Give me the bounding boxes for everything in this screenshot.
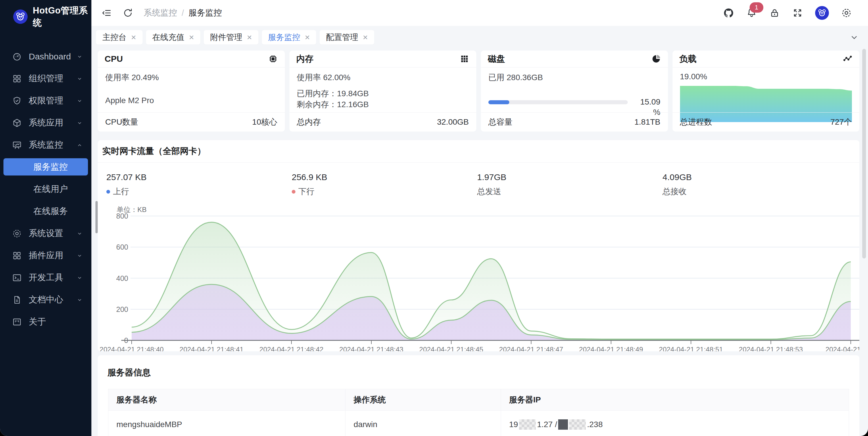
- sidebar-subitem-label: 在线服务: [33, 205, 68, 217]
- disk-footer-label: 总容量: [488, 116, 513, 128]
- sidebar-item-system-apps[interactable]: 系统应用: [0, 112, 91, 134]
- cpu-footer-label: CPU数量: [105, 116, 138, 128]
- cube-icon: [12, 118, 22, 128]
- sidebar-item-dev-tools[interactable]: 开发工具: [0, 267, 91, 289]
- upload-dot-icon: [106, 190, 110, 194]
- sidebar-subitem-service-monitor[interactable]: 服务监控: [3, 158, 88, 175]
- sidebar-item-permissions[interactable]: 权限管理: [0, 90, 91, 112]
- sidebar-item-about[interactable]: 关于: [0, 311, 91, 333]
- svg-text:2024-04-21 21:48:41: 2024-04-21 21:48:41: [180, 345, 244, 351]
- tab-service-monitor[interactable]: 服务监控: [262, 30, 316, 44]
- github-icon[interactable]: [723, 7, 734, 19]
- breadcrumb-separator: /: [182, 8, 184, 18]
- memory-footer-label: 总内存: [297, 116, 321, 128]
- monitor-chart-icon: [12, 140, 22, 150]
- stat-total-sent: 1.97GB 总发送: [477, 172, 662, 197]
- close-icon[interactable]: [363, 33, 368, 42]
- stat-total-received: 4.09GB 总接收: [662, 172, 848, 197]
- sidebar-item-system-monitor[interactable]: 系统监控: [0, 134, 91, 156]
- tab-online-recharge[interactable]: 在线充值: [146, 30, 200, 44]
- stat-download: 256.9 KB 下行: [292, 172, 477, 197]
- svg-text:2024-04-21 21:48:43: 2024-04-21 21:48:43: [339, 345, 404, 351]
- sidebar-item-docs[interactable]: 文档中心: [0, 289, 91, 311]
- svg-text:200: 200: [116, 305, 128, 313]
- breadcrumb-parent[interactable]: 系统监控: [144, 7, 177, 19]
- stat-value: 256.9 KB: [292, 172, 477, 182]
- cpu-card: CPU 使用率 20.49% Apple M2 Pro CPU数量 10核心: [98, 51, 285, 132]
- page-scrollbar[interactable]: [862, 49, 866, 259]
- stat-value: 257.07 KB: [106, 172, 292, 182]
- sidebar-item-system-settings[interactable]: 系统设置: [0, 222, 91, 244]
- load-footer-value: 727个: [830, 116, 852, 128]
- close-icon[interactable]: [131, 33, 136, 42]
- sidebar-subitem-label: 服务监控: [33, 161, 68, 173]
- disk-progress-bar: [488, 100, 628, 104]
- tab-config[interactable]: 配置管理: [320, 30, 374, 44]
- chevron-up-icon: [76, 141, 83, 149]
- app-logo[interactable]: HotGo管理系统: [0, 0, 91, 33]
- chevron-down-icon: [76, 252, 83, 259]
- tab-label: 在线充值: [152, 32, 185, 43]
- cpu-chip-icon: [268, 54, 278, 64]
- close-icon[interactable]: [247, 33, 252, 42]
- cpu-card-title: CPU: [104, 54, 123, 64]
- frame-icon: [12, 317, 22, 327]
- load-card-title: 负载: [679, 53, 697, 65]
- server-name-cell: mengshuaideMBP: [108, 411, 345, 436]
- traffic-panel-title: 实时网卡流量（全部网卡）: [98, 140, 859, 157]
- traffic-area-chart: 单位：KB80060040020002024-04-21 21:48:40202…: [105, 204, 859, 351]
- memory-card: 内存 使用率 62.00% 已用内存：19.84GB 剩余内存：12.16GB …: [289, 51, 476, 132]
- stat-label: 下行: [298, 186, 314, 197]
- server-table-heading: 服务器信息: [98, 355, 859, 378]
- svg-text:800: 800: [116, 212, 128, 220]
- sidebar-scrollbar[interactable]: [95, 201, 98, 233]
- app-window: HotGo管理系统 Dashboard 组织管理: [0, 0, 868, 436]
- server-os-cell: darwin: [345, 411, 501, 436]
- load-card: 负载 19.00% 总进程数 727个: [673, 51, 860, 132]
- redaction-mosaic: [569, 420, 586, 430]
- divider: [98, 162, 859, 163]
- stat-label: 总接收: [662, 186, 687, 197]
- sidebar-item-label: 文档中心: [29, 294, 76, 306]
- tab-attachments[interactable]: 附件管理: [204, 30, 258, 44]
- breadcrumb-current[interactable]: 服务监控: [189, 7, 222, 19]
- close-icon[interactable]: [189, 33, 194, 42]
- disk-used-text: 已用 280.36GB: [488, 72, 660, 83]
- redaction-block: [558, 420, 568, 430]
- close-icon[interactable]: [305, 33, 310, 42]
- user-avatar[interactable]: [815, 6, 829, 20]
- chevron-down-icon: [76, 53, 83, 60]
- main-content: CPU 使用率 20.49% Apple M2 Pro CPU数量 10核心: [91, 49, 868, 436]
- ip-suffix: .238: [587, 420, 603, 429]
- settings-gear-icon[interactable]: [841, 7, 852, 19]
- notification-badge: 1: [750, 2, 764, 13]
- disk-footer-value: 1.81TB: [634, 118, 660, 127]
- memory-usage-text: 使用率 62.00%: [297, 72, 469, 83]
- sidebar-item-organization[interactable]: 组织管理: [0, 67, 91, 90]
- memory-free-text: 剩余内存：12.16GB: [297, 99, 469, 110]
- lock-icon[interactable]: [769, 7, 780, 19]
- chevron-down-icon: [76, 296, 83, 304]
- chevron-down-icon: [76, 75, 83, 82]
- sidebar-item-plugins[interactable]: 插件应用: [0, 244, 91, 267]
- tabbar-chevron-down-icon[interactable]: [849, 32, 859, 42]
- collapse-menu-icon[interactable]: [101, 7, 112, 19]
- reload-icon[interactable]: [122, 7, 133, 19]
- tab-dashboard[interactable]: 主控台: [96, 30, 143, 44]
- cpu-model-text: Apple M2 Pro: [105, 96, 277, 105]
- network-traffic-panel: 实时网卡流量（全部网卡） 257.07 KB 上行 256.9 KB 下行 1.…: [98, 140, 859, 351]
- stat-label: 上行: [113, 186, 129, 197]
- sidebar-menu: Dashboard 组织管理 权限管理: [0, 45, 91, 333]
- sidebar-item-label: 系统监控: [29, 139, 76, 151]
- sidebar-subitem-online-users[interactable]: 在线用户: [0, 178, 91, 200]
- trend-line-icon: [843, 54, 852, 64]
- table-row[interactable]: mengshuaideMBP darwin 191.27 /.238: [108, 410, 849, 436]
- notifications-button[interactable]: 1: [746, 7, 757, 19]
- sidebar-item-dashboard[interactable]: Dashboard: [0, 45, 91, 67]
- disk-progress-fill: [488, 100, 509, 104]
- breadcrumb: 系统监控 / 服务监控: [144, 7, 222, 19]
- fullscreen-icon[interactable]: [792, 7, 803, 19]
- sidebar-subitem-label: 在线用户: [33, 183, 68, 195]
- svg-text:600: 600: [116, 243, 128, 251]
- sidebar-subitem-online-services[interactable]: 在线服务: [0, 200, 91, 222]
